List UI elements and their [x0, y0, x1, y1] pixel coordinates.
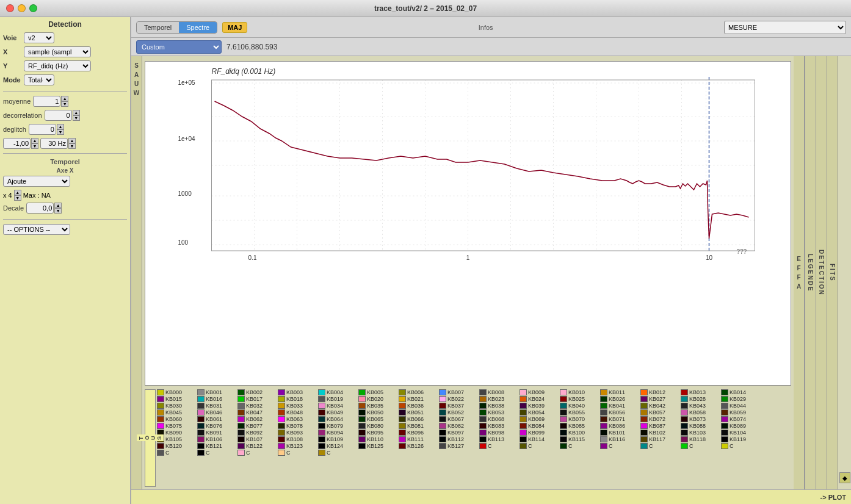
deglitch-input[interactable]	[29, 124, 56, 135]
legend-item: KB007	[439, 389, 479, 395]
tab-spectre[interactable]: Spectre	[179, 22, 217, 33]
legend-item: KB079	[318, 423, 358, 429]
legend-color-box	[600, 436, 607, 442]
icon-strip: ◆	[838, 56, 851, 489]
voie-select[interactable]: v2	[24, 32, 54, 43]
legend-color-box	[479, 389, 487, 395]
deglitch-label: deglitch	[3, 126, 26, 133]
legend-item: KB097	[439, 430, 479, 436]
legend-item-label: C	[327, 450, 331, 456]
legend-color-box	[479, 416, 487, 422]
decale-input[interactable]	[26, 203, 54, 214]
range1-input[interactable]	[3, 138, 31, 149]
legend-color-box	[560, 389, 567, 395]
close-button[interactable]	[6, 4, 14, 12]
legend-item-label: KB014	[730, 389, 746, 395]
options-row: -- OPTIONS --	[3, 224, 127, 235]
decorrelation-up[interactable]: ▲	[73, 110, 80, 115]
legend-item-label: KB002	[246, 389, 263, 395]
legend-item-label: KB112	[447, 436, 464, 442]
legend-item: KB104	[721, 430, 761, 436]
x4-up[interactable]: ▲	[14, 190, 21, 195]
ajoute-select[interactable]: Ajoute	[3, 176, 70, 187]
decorrelation-down[interactable]: ▼	[73, 115, 80, 121]
status-bar: -> PLOT	[131, 489, 851, 504]
legend-item: KB101	[600, 430, 640, 436]
y-select[interactable]: RF_didq (Hz)	[24, 60, 91, 71]
detection-text: DETECTION	[818, 250, 825, 296]
decale-down[interactable]: ▼	[54, 208, 62, 214]
deglitch-up[interactable]: ▲	[57, 124, 64, 129]
legend-color-box	[278, 430, 285, 436]
legend-color-box	[399, 403, 406, 409]
legende-strip: LEGENDE	[805, 56, 816, 489]
legend-item: C	[237, 450, 277, 456]
legend-item: KB010	[560, 389, 599, 395]
legend-item: KB032	[237, 403, 277, 409]
legend-item-label: KB094	[327, 430, 343, 436]
range1-up[interactable]: ▲	[31, 138, 38, 143]
moyenne-down[interactable]: ▼	[61, 101, 68, 107]
legend-container: TOUS KB000KB001KB002KB003KB004KB005KB006…	[145, 389, 791, 487]
x4-down[interactable]: ▼	[14, 195, 21, 201]
legend-item: KB066	[399, 416, 438, 422]
decale-up[interactable]: ▲	[54, 203, 62, 208]
legend-item-label: KB097	[447, 430, 464, 436]
legend-item: KB011	[600, 389, 640, 395]
deglitch-down[interactable]: ▼	[57, 129, 64, 135]
legend-color-box	[439, 396, 446, 402]
legend-item-label: KB031	[206, 403, 222, 409]
plot-button[interactable]: -> PLOT	[820, 494, 846, 501]
range2-up[interactable]: ▲	[68, 138, 76, 143]
legend-item: KB071	[600, 416, 640, 422]
legend-item-label: KB089	[730, 423, 746, 429]
legend-color-box	[318, 416, 325, 422]
infos-label: Infos	[252, 24, 719, 31]
range2-down[interactable]: ▼	[68, 143, 76, 149]
range2-input[interactable]	[40, 138, 68, 149]
a-letter: A	[134, 71, 139, 78]
legend-item: KB082	[439, 423, 479, 429]
legend-color-box	[358, 443, 366, 449]
legend-color-box	[157, 416, 164, 422]
legend-color-box	[479, 409, 487, 416]
ajoute-row: Ajoute	[3, 176, 127, 187]
legend-color-box	[520, 443, 527, 449]
legend-item: KB083	[479, 423, 519, 429]
moyenne-input[interactable]	[33, 96, 60, 107]
mesure-select[interactable]: MESURE	[724, 21, 846, 34]
legend-color-box	[318, 443, 325, 449]
maj-button[interactable]: MAJ	[222, 22, 247, 33]
legend-item-label: KB113	[488, 436, 504, 442]
range1-down[interactable]: ▼	[31, 143, 38, 149]
legend-color-box	[197, 430, 205, 436]
tab-temporel[interactable]: Temporel	[137, 22, 179, 33]
legend-item-label: KB121	[206, 443, 222, 449]
legend-item-label: KB063	[286, 416, 303, 422]
decorrelation-input[interactable]	[45, 110, 72, 121]
maximize-button[interactable]	[29, 4, 37, 12]
moyenne-up[interactable]: ▲	[61, 96, 68, 101]
legend-item: KB009	[520, 389, 559, 395]
legend-item: KB075	[157, 423, 197, 429]
legend-item-label: KB023	[488, 396, 504, 402]
options-select[interactable]: -- OPTIONS --	[3, 224, 70, 235]
legend-item: KB033	[278, 403, 317, 409]
window-controls[interactable]	[6, 4, 37, 12]
legend-item-label: KB004	[327, 389, 343, 395]
legend-item: KB022	[439, 396, 479, 402]
custom-select[interactable]: Custom	[136, 40, 222, 54]
mode-select[interactable]: Totale	[24, 74, 54, 85]
legend-color-box	[681, 396, 688, 402]
diamond-icon[interactable]: ◆	[839, 472, 850, 483]
legend-item: KB091	[197, 430, 237, 436]
minimize-button[interactable]	[18, 4, 26, 12]
legend-item-label: KB075	[165, 423, 182, 429]
moyenne-row: moyenne ▲ ▼	[3, 96, 127, 107]
legend-color-box	[318, 403, 325, 409]
effa-strip: E F F A	[794, 56, 805, 489]
legend-item-label: KB057	[649, 409, 665, 416]
x-select[interactable]: sample (sampl	[24, 46, 91, 57]
legend-item-label: KB040	[568, 403, 585, 409]
legend-item-label: C	[649, 443, 653, 449]
